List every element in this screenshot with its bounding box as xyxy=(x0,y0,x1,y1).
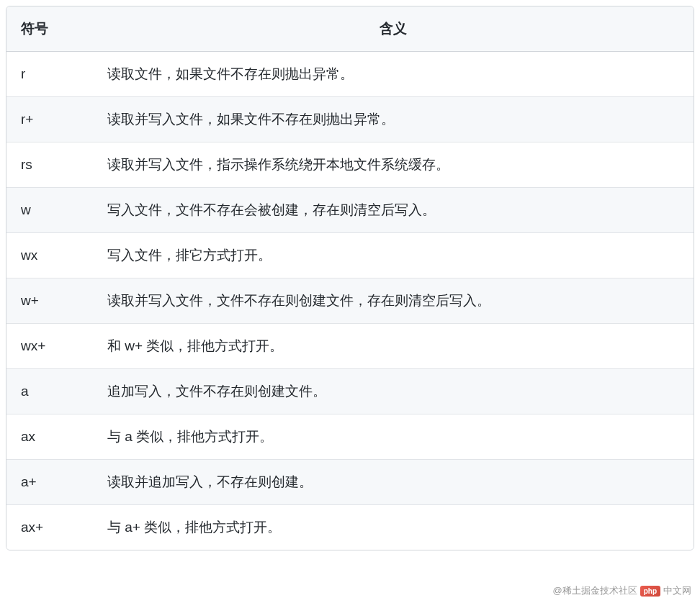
header-meaning: 含义 xyxy=(93,6,694,52)
cell-symbol: r+ xyxy=(6,97,93,142)
cell-symbol: ax+ xyxy=(6,505,93,550)
cell-meaning: 与 a 类似，排他方式打开。 xyxy=(93,414,694,460)
table-row: r 读取文件，如果文件不存在则抛出异常。 xyxy=(6,52,694,97)
cell-symbol: w xyxy=(6,188,93,233)
table-row: wx 写入文件，排它方式打开。 xyxy=(6,233,694,278)
file-mode-table-container: 符号 含义 r 读取文件，如果文件不存在则抛出异常。 r+ 读取并写入文件，如果… xyxy=(6,6,694,550)
cell-meaning: 读取并追加写入，不存在则创建。 xyxy=(93,460,694,505)
cell-symbol: a+ xyxy=(6,460,93,505)
cell-meaning: 读取并写入文件，指示操作系统绕开本地文件系统缓存。 xyxy=(93,142,694,188)
table-row: ax 与 a 类似，排他方式打开。 xyxy=(6,414,694,460)
cell-meaning: 读取文件，如果文件不存在则抛出异常。 xyxy=(93,52,694,97)
table-row: w+ 读取并写入文件，文件不存在则创建文件，存在则清空后写入。 xyxy=(6,278,694,324)
cell-meaning: 追加写入，文件不存在则创建文件。 xyxy=(93,369,694,414)
cell-meaning: 读取并写入文件，如果文件不存在则抛出异常。 xyxy=(93,97,694,142)
cell-symbol: w+ xyxy=(6,278,93,324)
table-row: wx+ 和 w+ 类似，排他方式打开。 xyxy=(6,324,694,369)
cell-meaning: 写入文件，文件不存在会被创建，存在则清空后写入。 xyxy=(93,188,694,233)
table-row: rs 读取并写入文件，指示操作系统绕开本地文件系统缓存。 xyxy=(6,142,694,188)
cell-meaning: 和 w+ 类似，排他方式打开。 xyxy=(93,324,694,369)
table-row: w 写入文件，文件不存在会被创建，存在则清空后写入。 xyxy=(6,188,694,233)
table-row: r+ 读取并写入文件，如果文件不存在则抛出异常。 xyxy=(6,97,694,142)
table-body: r 读取文件，如果文件不存在则抛出异常。 r+ 读取并写入文件，如果文件不存在则… xyxy=(6,52,694,550)
table-header-row: 符号 含义 xyxy=(6,6,694,52)
table-row: a+ 读取并追加写入，不存在则创建。 xyxy=(6,460,694,505)
cell-symbol: wx+ xyxy=(6,324,93,369)
cell-symbol: a xyxy=(6,369,93,414)
table-row: ax+ 与 a+ 类似，排他方式打开。 xyxy=(6,505,694,550)
cell-symbol: r xyxy=(6,52,93,97)
cell-symbol: wx xyxy=(6,233,93,278)
table-header: 符号 含义 xyxy=(6,6,694,52)
file-mode-table: 符号 含义 r 读取文件，如果文件不存在则抛出异常。 r+ 读取并写入文件，如果… xyxy=(6,6,694,550)
cell-meaning: 与 a+ 类似，排他方式打开。 xyxy=(93,505,694,550)
cell-meaning: 写入文件，排它方式打开。 xyxy=(93,233,694,278)
header-symbol: 符号 xyxy=(6,6,93,52)
cell-symbol: ax xyxy=(6,414,93,460)
table-row: a 追加写入，文件不存在则创建文件。 xyxy=(6,369,694,414)
cell-meaning: 读取并写入文件，文件不存在则创建文件，存在则清空后写入。 xyxy=(93,278,694,324)
cell-symbol: rs xyxy=(6,142,93,188)
